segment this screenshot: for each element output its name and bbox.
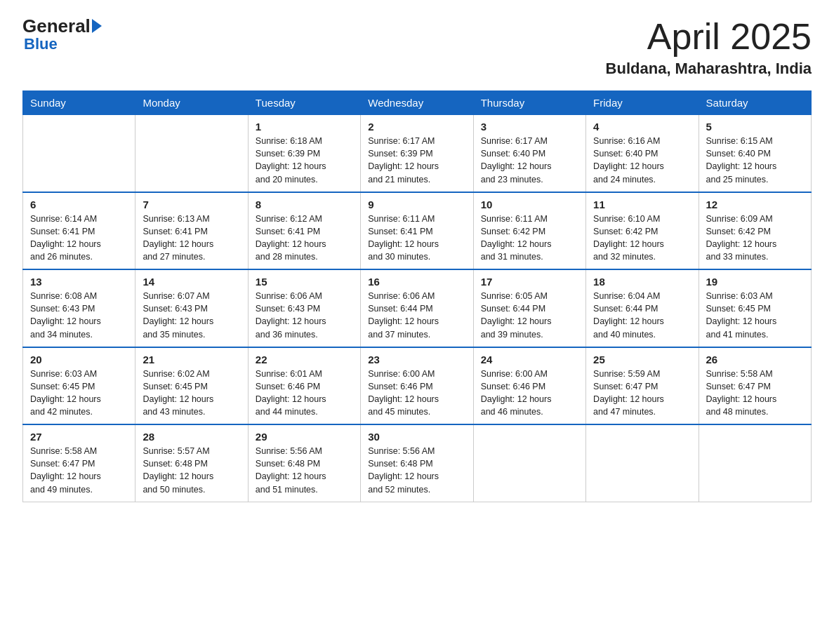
calendar-cell: 3Sunrise: 6:17 AM Sunset: 6:40 PM Daylig… xyxy=(473,115,585,192)
calendar-cell xyxy=(135,115,248,192)
day-of-week-header: Wednesday xyxy=(361,91,473,115)
day-number: 26 xyxy=(706,354,804,365)
day-number: 24 xyxy=(481,354,578,365)
day-info: Sunrise: 6:13 AM Sunset: 6:41 PM Dayligh… xyxy=(143,213,240,264)
day-of-week-header: Tuesday xyxy=(248,91,360,115)
calendar-cell: 7Sunrise: 6:13 AM Sunset: 6:41 PM Daylig… xyxy=(135,192,248,270)
calendar-cell: 28Sunrise: 5:57 AM Sunset: 6:48 PM Dayli… xyxy=(135,424,248,502)
day-info: Sunrise: 5:58 AM Sunset: 6:47 PM Dayligh… xyxy=(30,445,128,496)
calendar-cell: 16Sunrise: 6:06 AM Sunset: 6:44 PM Dayli… xyxy=(361,269,473,347)
day-of-week-header: Monday xyxy=(135,91,248,115)
day-number: 28 xyxy=(143,431,240,443)
day-number: 2 xyxy=(368,121,465,133)
day-info: Sunrise: 6:11 AM Sunset: 6:42 PM Dayligh… xyxy=(481,213,578,264)
calendar-cell: 11Sunrise: 6:10 AM Sunset: 6:42 PM Dayli… xyxy=(586,192,699,270)
calendar-week-row: 13Sunrise: 6:08 AM Sunset: 6:43 PM Dayli… xyxy=(23,269,812,347)
day-number: 19 xyxy=(706,276,804,288)
calendar-header-row: SundayMondayTuesdayWednesdayThursdayFrid… xyxy=(23,91,812,115)
calendar-cell xyxy=(473,424,585,502)
calendar-cell: 15Sunrise: 6:06 AM Sunset: 6:43 PM Dayli… xyxy=(248,269,360,347)
calendar-cell: 17Sunrise: 6:05 AM Sunset: 6:44 PM Dayli… xyxy=(473,269,585,347)
calendar-cell: 14Sunrise: 6:07 AM Sunset: 6:43 PM Dayli… xyxy=(135,269,248,347)
calendar-cell: 4Sunrise: 6:16 AM Sunset: 6:40 PM Daylig… xyxy=(586,115,699,192)
calendar-cell: 5Sunrise: 6:15 AM Sunset: 6:40 PM Daylig… xyxy=(699,115,811,192)
calendar-cell xyxy=(699,424,811,502)
logo: General Blue xyxy=(22,17,103,53)
calendar-cell: 12Sunrise: 6:09 AM Sunset: 6:42 PM Dayli… xyxy=(699,192,811,270)
day-number: 21 xyxy=(143,354,240,365)
day-number: 27 xyxy=(30,431,128,443)
day-number: 7 xyxy=(143,199,240,210)
day-number: 20 xyxy=(30,354,128,365)
calendar-title: April 2025 xyxy=(606,17,812,57)
calendar-table: SundayMondayTuesdayWednesdayThursdayFrid… xyxy=(22,90,812,502)
day-number: 6 xyxy=(30,199,128,210)
day-number: 23 xyxy=(368,354,465,365)
calendar-cell: 2Sunrise: 6:17 AM Sunset: 6:39 PM Daylig… xyxy=(361,115,473,192)
day-info: Sunrise: 6:09 AM Sunset: 6:42 PM Dayligh… xyxy=(706,213,804,264)
day-info: Sunrise: 6:17 AM Sunset: 6:40 PM Dayligh… xyxy=(481,135,578,186)
logo-text: General xyxy=(22,17,103,35)
day-info: Sunrise: 5:58 AM Sunset: 6:47 PM Dayligh… xyxy=(706,368,804,419)
logo-blue: Blue xyxy=(24,35,58,53)
calendar-cell xyxy=(586,424,699,502)
calendar-cell: 1Sunrise: 6:18 AM Sunset: 6:39 PM Daylig… xyxy=(248,115,360,192)
day-number: 14 xyxy=(143,276,240,288)
logo-general: General xyxy=(22,17,91,35)
calendar-cell: 20Sunrise: 6:03 AM Sunset: 6:45 PM Dayli… xyxy=(23,347,135,425)
day-number: 18 xyxy=(593,276,691,288)
location-subtitle: Buldana, Maharashtra, India xyxy=(606,60,812,78)
day-info: Sunrise: 6:11 AM Sunset: 6:41 PM Dayligh… xyxy=(368,213,465,264)
page-header: General Blue April 2025 Buldana, Maharas… xyxy=(22,17,812,78)
calendar-cell: 26Sunrise: 5:58 AM Sunset: 6:47 PM Dayli… xyxy=(699,347,811,425)
calendar-cell: 23Sunrise: 6:00 AM Sunset: 6:46 PM Dayli… xyxy=(361,347,473,425)
day-number: 22 xyxy=(256,354,353,365)
day-info: Sunrise: 6:12 AM Sunset: 6:41 PM Dayligh… xyxy=(256,213,353,264)
calendar-cell: 21Sunrise: 6:02 AM Sunset: 6:45 PM Dayli… xyxy=(135,347,248,425)
calendar-cell: 24Sunrise: 6:00 AM Sunset: 6:46 PM Dayli… xyxy=(473,347,585,425)
day-number: 8 xyxy=(256,199,353,210)
logo-arrow-icon xyxy=(92,19,102,33)
day-number: 3 xyxy=(481,121,578,133)
day-number: 5 xyxy=(706,121,804,133)
calendar-cell: 19Sunrise: 6:03 AM Sunset: 6:45 PM Dayli… xyxy=(699,269,811,347)
calendar-cell: 27Sunrise: 5:58 AM Sunset: 6:47 PM Dayli… xyxy=(23,424,135,502)
day-info: Sunrise: 5:56 AM Sunset: 6:48 PM Dayligh… xyxy=(368,445,465,496)
day-info: Sunrise: 6:05 AM Sunset: 6:44 PM Dayligh… xyxy=(481,290,578,341)
calendar-cell xyxy=(23,115,135,192)
day-number: 15 xyxy=(256,276,353,288)
day-info: Sunrise: 6:00 AM Sunset: 6:46 PM Dayligh… xyxy=(481,368,578,419)
calendar-cell: 10Sunrise: 6:11 AM Sunset: 6:42 PM Dayli… xyxy=(473,192,585,270)
day-info: Sunrise: 6:02 AM Sunset: 6:45 PM Dayligh… xyxy=(143,368,240,419)
day-number: 30 xyxy=(368,431,465,443)
day-number: 25 xyxy=(593,354,691,365)
day-info: Sunrise: 6:00 AM Sunset: 6:46 PM Dayligh… xyxy=(368,368,465,419)
day-number: 17 xyxy=(481,276,578,288)
calendar-cell: 8Sunrise: 6:12 AM Sunset: 6:41 PM Daylig… xyxy=(248,192,360,270)
day-number: 10 xyxy=(481,199,578,210)
calendar-week-row: 1Sunrise: 6:18 AM Sunset: 6:39 PM Daylig… xyxy=(23,115,812,192)
day-number: 11 xyxy=(593,199,691,210)
day-of-week-header: Friday xyxy=(586,91,699,115)
day-info: Sunrise: 5:59 AM Sunset: 6:47 PM Dayligh… xyxy=(593,368,691,419)
calendar-cell: 6Sunrise: 6:14 AM Sunset: 6:41 PM Daylig… xyxy=(23,192,135,270)
day-info: Sunrise: 6:14 AM Sunset: 6:41 PM Dayligh… xyxy=(30,213,128,264)
day-info: Sunrise: 6:04 AM Sunset: 6:44 PM Dayligh… xyxy=(593,290,691,341)
day-info: Sunrise: 6:06 AM Sunset: 6:43 PM Dayligh… xyxy=(256,290,353,341)
calendar-cell: 9Sunrise: 6:11 AM Sunset: 6:41 PM Daylig… xyxy=(361,192,473,270)
day-info: Sunrise: 6:16 AM Sunset: 6:40 PM Dayligh… xyxy=(593,135,691,186)
day-number: 9 xyxy=(368,199,465,210)
day-info: Sunrise: 6:06 AM Sunset: 6:44 PM Dayligh… xyxy=(368,290,465,341)
day-number: 1 xyxy=(256,121,353,133)
calendar-week-row: 20Sunrise: 6:03 AM Sunset: 6:45 PM Dayli… xyxy=(23,347,812,425)
day-info: Sunrise: 6:03 AM Sunset: 6:45 PM Dayligh… xyxy=(30,368,128,419)
calendar-cell: 18Sunrise: 6:04 AM Sunset: 6:44 PM Dayli… xyxy=(586,269,699,347)
day-of-week-header: Sunday xyxy=(23,91,135,115)
day-info: Sunrise: 5:57 AM Sunset: 6:48 PM Dayligh… xyxy=(143,445,240,496)
day-info: Sunrise: 6:18 AM Sunset: 6:39 PM Dayligh… xyxy=(256,135,353,186)
calendar-cell: 22Sunrise: 6:01 AM Sunset: 6:46 PM Dayli… xyxy=(248,347,360,425)
calendar-cell: 29Sunrise: 5:56 AM Sunset: 6:48 PM Dayli… xyxy=(248,424,360,502)
day-number: 4 xyxy=(593,121,691,133)
day-info: Sunrise: 6:03 AM Sunset: 6:45 PM Dayligh… xyxy=(706,290,804,341)
calendar-cell: 30Sunrise: 5:56 AM Sunset: 6:48 PM Dayli… xyxy=(361,424,473,502)
